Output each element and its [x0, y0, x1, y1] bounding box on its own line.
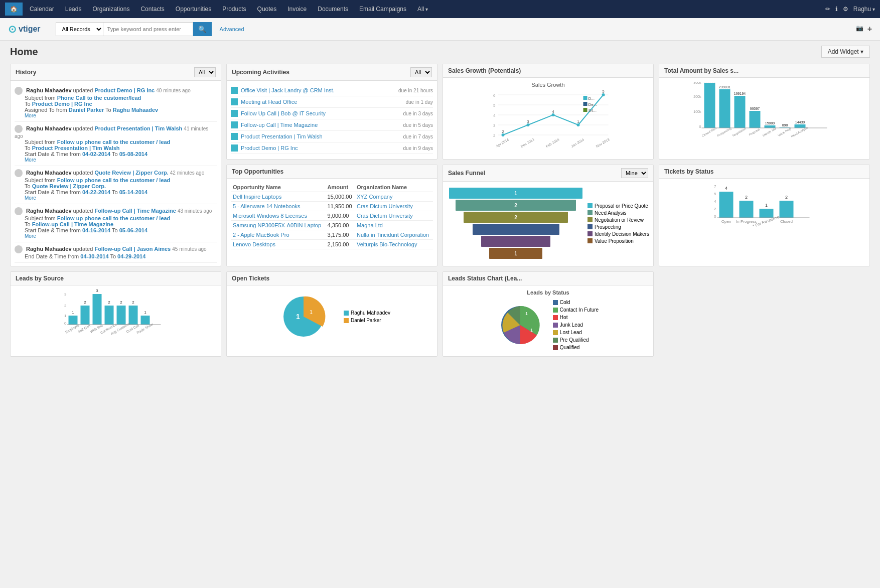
legend-color	[553, 323, 558, 328]
legend-color	[553, 330, 558, 335]
funnel-bar-2: 2	[456, 200, 575, 211]
history-item: Raghu Mahaadev updated Product Presentat…	[15, 122, 217, 166]
svg-text:In Progress: In Progress	[736, 219, 757, 224]
sub-header: ⊙ vtiger All Records 🔍 Advanced 📷 +	[0, 18, 880, 41]
leads-status-pie-container: 1 1 Cold Contact In Future	[447, 298, 649, 352]
user-menu[interactable]: Raghu	[853, 6, 875, 13]
legend-item: Lost Lead	[553, 330, 599, 335]
upcoming-filter-select[interactable]: All	[410, 67, 432, 77]
funnel-filter[interactable]: Mine	[621, 168, 648, 178]
nav-quotes[interactable]: Quotes	[252, 3, 282, 16]
nav-right: ✏ ℹ ⚙ Raghu	[825, 6, 875, 13]
total-amount-chart: 298791 239031 199194 99597 15000 890 144…	[663, 82, 865, 147]
search-button[interactable]: 🔍	[193, 22, 212, 36]
history-icon	[15, 245, 23, 253]
svg-text:2: 2	[745, 195, 748, 200]
history-filter-select[interactable]: All	[194, 67, 216, 77]
nav-email-campaigns[interactable]: Email Campaigns	[354, 3, 411, 16]
svg-text:Identify DM: Identify DM	[762, 127, 777, 137]
nav-leads[interactable]: Leads	[60, 3, 87, 16]
info-icon[interactable]: ℹ	[835, 6, 838, 13]
legend-color	[344, 318, 349, 323]
activity-icon	[231, 98, 238, 105]
nav-opportunities[interactable]: Opportunities	[171, 3, 216, 16]
funnel-header: Sales Funnel Mine	[443, 165, 653, 182]
opportunities-widget: Top Opportunities Opportunity Name Amoun…	[226, 165, 437, 266]
funnel-title: Sales Funnel	[448, 170, 485, 177]
more-link[interactable]: More	[15, 195, 217, 201]
advanced-search-link[interactable]: Advanced	[220, 26, 244, 32]
history-widget: History All Raghu Mahaadev updated Produ…	[10, 64, 221, 266]
open-tickets-title: Open Tickets	[232, 275, 269, 282]
more-link[interactable]: More	[15, 233, 217, 239]
more-link[interactable]: More	[15, 113, 217, 118]
svg-text:Apr 2014: Apr 2014	[495, 138, 510, 149]
open-tickets-pie: 1 1	[273, 291, 339, 342]
pie-container: 1 1 Raghu Mahaadev Daniel Parker	[231, 289, 433, 344]
sub-header-right: 📷 +	[856, 25, 872, 34]
funnel-legend: Proposal or Price Quote Need Analysis Ne…	[588, 186, 649, 261]
svg-text:Dec 2013: Dec 2013	[520, 137, 535, 148]
tickets-body: 7 5 4 2 0 4 2 1 2 Open	[659, 179, 869, 243]
funnel-filter-select[interactable]: Mine	[621, 168, 648, 178]
svg-text:3: 3	[493, 123, 496, 128]
nav-all[interactable]: All	[412, 3, 433, 16]
nav-products[interactable]: Products	[217, 3, 251, 16]
add-widget-button[interactable]: Add Widget ▾	[821, 46, 870, 58]
more-link[interactable]: More	[15, 157, 217, 163]
nav-invoice[interactable]: Invoice	[282, 3, 312, 16]
opportunities-title: Top Opportunities	[232, 168, 283, 175]
svg-text:3: 3	[96, 289, 98, 293]
activity-icon	[231, 121, 238, 128]
search-input[interactable]	[103, 22, 193, 36]
activity-icon	[231, 133, 238, 140]
total-amount-body: 298791 239031 199194 99597 15000 890 144…	[659, 78, 869, 153]
video-icon[interactable]: 📷	[856, 25, 863, 34]
history-icon	[15, 207, 23, 215]
open-tickets-body: 1 1 Raghu Mahaadev Daniel Parker	[227, 285, 437, 348]
pencil-icon[interactable]: ✏	[825, 6, 830, 13]
svg-text:300k: 300k	[693, 82, 701, 84]
leads-source-title: Leads by Source	[16, 275, 64, 282]
svg-text:1: 1	[577, 119, 579, 124]
svg-text:Prospecting: Prospecting	[716, 127, 731, 137]
tickets-title: Tickets by Status	[664, 168, 713, 175]
svg-text:2: 2	[64, 304, 67, 308]
funnel-bar-6: 1	[489, 248, 542, 259]
legend-item: Contact In Future	[553, 307, 599, 313]
legend-item: Cold	[553, 300, 599, 305]
home-nav-item[interactable]: 🏠	[5, 3, 23, 16]
page-content: Home Add Widget ▾ History All Raghu Maha…	[0, 41, 880, 588]
nav-documents[interactable]: Documents	[313, 3, 353, 16]
svg-text:2: 2	[785, 195, 788, 200]
svg-text:14430: 14430	[795, 120, 805, 124]
svg-rect-27	[583, 102, 588, 106]
funnel-bar-3: 2	[464, 212, 568, 223]
leads-status-pie: 1 1	[498, 303, 548, 348]
svg-text:2: 2	[108, 300, 110, 305]
svg-text:0: 0	[64, 321, 67, 326]
nav-calendar[interactable]: Calendar	[25, 3, 59, 16]
nav-contacts[interactable]: Contacts	[135, 3, 169, 16]
svg-text:Closed Won: Closed Won	[701, 127, 717, 137]
svg-text:6: 6	[493, 93, 496, 98]
svg-text:2: 2	[502, 129, 504, 134]
svg-text:Negotiation: Negotiation	[732, 127, 747, 137]
table-row: Samsung NP300E5X-A0BIN Laptop 4,350.00 M…	[231, 221, 433, 230]
tickets-status-widget: Tickets by Status 7 5 4 2 0 4 2 1	[659, 165, 870, 266]
leads-source-widget: Leads by Source 3 2 1 0 1 2 3 2	[10, 271, 221, 357]
history-item: Raghu Mahaadev updated Follow-up Call | …	[15, 242, 217, 263]
sales-growth-chart-title: Sales Growth	[447, 82, 649, 88]
svg-text:4: 4	[714, 199, 716, 204]
gear-icon[interactable]: ⚙	[843, 6, 848, 13]
svg-rect-87	[117, 306, 126, 325]
add-icon[interactable]: +	[867, 25, 872, 34]
leads-status-legend: Cold Contact In Future Hot Junk Lea	[553, 300, 599, 350]
funnel-bar-5	[481, 236, 550, 247]
nav-organizations[interactable]: Organizations	[87, 3, 134, 16]
history-title: History	[16, 69, 36, 76]
search-scope-select[interactable]: All Records	[56, 22, 103, 36]
history-filter[interactable]: All	[194, 67, 216, 77]
svg-rect-81	[81, 306, 90, 325]
top-nav: 🏠 Calendar Leads Organizations Contacts …	[0, 0, 880, 18]
